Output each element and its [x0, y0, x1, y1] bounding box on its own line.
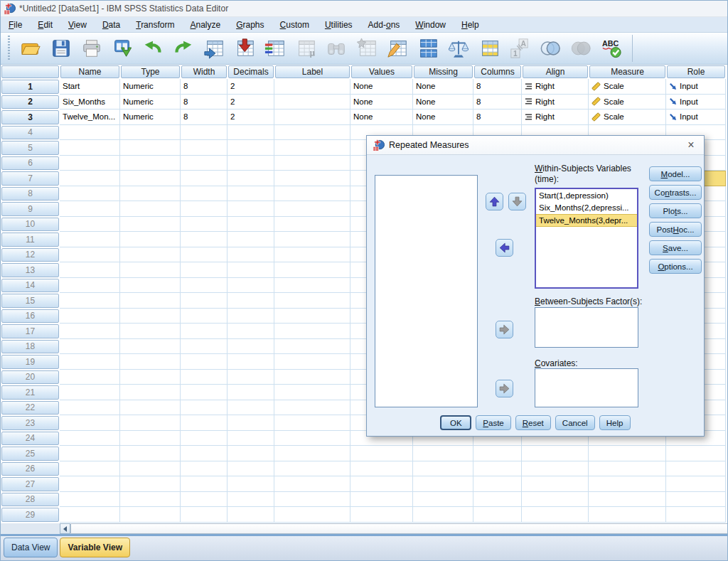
cell-name[interactable] — [60, 232, 120, 247]
cell-type[interactable] — [120, 324, 181, 339]
cell-role[interactable]: Input — [666, 109, 726, 125]
cell-type[interactable]: Numeric — [120, 109, 181, 125]
cell-label[interactable] — [274, 232, 350, 247]
covariates-list[interactable] — [535, 368, 638, 407]
cell-name[interactable]: Start — [60, 79, 120, 95]
cell-align[interactable] — [522, 507, 589, 523]
cell-name[interactable] — [60, 492, 120, 508]
cell-name[interactable] — [60, 262, 120, 278]
cell-missing[interactable] — [413, 476, 473, 492]
cell-decimals[interactable] — [228, 309, 274, 324]
ok-button[interactable]: OK — [440, 415, 471, 430]
cell-name[interactable] — [60, 171, 120, 186]
row-header-24[interactable]: 24 — [1, 432, 59, 446]
cell-values[interactable] — [350, 476, 413, 492]
cell-decimals[interactable] — [228, 324, 274, 339]
column-header-width[interactable]: Width — [181, 65, 227, 78]
close-icon[interactable]: × — [684, 138, 698, 152]
cell-decimals[interactable] — [228, 156, 274, 171]
cell-name[interactable] — [60, 278, 120, 294]
cell-measure[interactable] — [589, 461, 666, 477]
cell-missing[interactable]: None — [413, 79, 473, 95]
cell-name[interactable] — [60, 217, 120, 233]
cell-label[interactable] — [274, 79, 350, 95]
cell-missing[interactable]: None — [413, 109, 473, 125]
row-header-4[interactable]: 4 — [1, 126, 59, 140]
column-header-name[interactable]: Name — [60, 65, 119, 78]
cell-type[interactable] — [120, 476, 181, 492]
row-header-16[interactable]: 16 — [1, 309, 59, 324]
cell-decimals[interactable] — [228, 354, 274, 370]
cell-label[interactable] — [274, 400, 350, 416]
cell-width[interactable] — [181, 217, 228, 233]
cell-missing[interactable] — [413, 507, 473, 523]
cell-label[interactable] — [274, 476, 350, 492]
cell-name[interactable] — [60, 156, 120, 171]
menu-help[interactable]: Help — [454, 18, 487, 32]
cell-role[interactable] — [666, 507, 726, 523]
row-header-12[interactable]: 12 — [1, 248, 59, 262]
menu-analyze[interactable]: Analyze — [182, 18, 228, 32]
cell-role[interactable] — [666, 461, 726, 477]
cell-align[interactable] — [522, 461, 589, 477]
column-header-align[interactable]: Align — [523, 65, 588, 78]
cell-decimals[interactable] — [228, 400, 274, 416]
cell-values[interactable]: None — [350, 95, 413, 110]
cell-values[interactable]: None — [350, 109, 413, 125]
cell-missing[interactable] — [413, 446, 473, 461]
cell-name[interactable]: Six_Months — [60, 95, 120, 110]
cell-label[interactable] — [274, 507, 350, 523]
cell-align[interactable] — [522, 492, 589, 508]
cell-decimals[interactable]: 2 — [228, 95, 274, 110]
cell-name[interactable] — [60, 186, 120, 202]
menu-edit[interactable]: Edit — [30, 18, 60, 32]
row-header-3[interactable]: 3 — [1, 110, 59, 124]
row-header-13[interactable]: 13 — [1, 263, 59, 277]
cell-label[interactable] — [274, 354, 350, 370]
cell-columns[interactable] — [473, 492, 522, 508]
cell-label[interactable] — [274, 262, 350, 278]
cell-type[interactable] — [120, 278, 181, 294]
dialog-title-bar[interactable]: Repeated Measures × — [367, 136, 704, 155]
cell-measure[interactable]: Scale — [589, 95, 666, 110]
cell-width[interactable]: 8 — [181, 95, 228, 110]
cell-type[interactable] — [120, 431, 181, 447]
column-header-role[interactable]: Role — [667, 65, 725, 78]
cell-decimals[interactable] — [228, 278, 274, 294]
column-header-decimals[interactable]: Decimals — [228, 65, 274, 78]
cell-label[interactable] — [274, 278, 350, 294]
cell-name[interactable] — [60, 309, 120, 324]
cell-decimals[interactable] — [228, 171, 274, 186]
cell-width[interactable] — [181, 309, 228, 324]
cell-width[interactable] — [181, 446, 228, 461]
cell-columns[interactable]: 8 — [473, 79, 522, 95]
cell-name[interactable] — [60, 400, 120, 416]
row-header-14[interactable]: 14 — [1, 279, 59, 293]
row-header-7[interactable]: 7 — [1, 171, 59, 186]
menu-file[interactable]: File — [1, 18, 30, 32]
cell-type[interactable] — [120, 247, 181, 263]
row-header-8[interactable]: 8 — [1, 187, 59, 201]
help-button[interactable]: Help — [599, 415, 631, 430]
cell-decimals[interactable] — [228, 476, 274, 492]
menu-window[interactable]: Window — [407, 18, 454, 32]
cell-label[interactable] — [274, 140, 350, 156]
row-header-1[interactable]: 1 — [1, 80, 59, 94]
cell-type[interactable] — [120, 507, 181, 523]
row-header-22[interactable]: 22 — [1, 401, 59, 415]
cell-measure[interactable] — [589, 492, 666, 508]
menu-graphs[interactable]: Graphs — [228, 18, 272, 32]
cell-width[interactable] — [181, 400, 228, 416]
cell-width[interactable] — [181, 247, 228, 263]
cell-width[interactable] — [181, 140, 228, 156]
cell-decimals[interactable] — [228, 385, 274, 400]
cell-width[interactable] — [181, 278, 228, 294]
cell-type[interactable] — [120, 461, 181, 477]
cell-values[interactable] — [350, 507, 413, 523]
cell-width[interactable] — [181, 415, 228, 431]
cell-missing[interactable] — [413, 492, 473, 508]
cell-measure[interactable] — [589, 446, 666, 461]
insert-variable-icon[interactable] — [386, 37, 409, 60]
select-cases-icon[interactable] — [478, 37, 500, 60]
cell-label[interactable] — [274, 446, 350, 461]
